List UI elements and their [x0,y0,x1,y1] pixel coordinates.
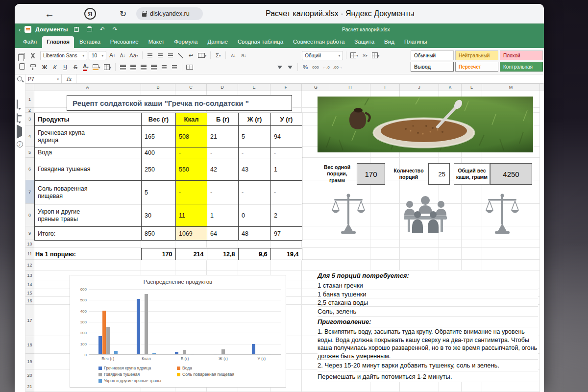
clear-button[interactable]: ×▾ [361,51,369,60]
value-cell[interactable]: 42 [207,158,239,181]
header-cell[interactable]: Вес (г) [142,113,176,126]
font-size-select[interactable]: 10 ▾ [89,51,106,60]
align-top-button[interactable] [146,51,154,60]
column-header-L[interactable]: L [462,84,482,91]
header-cell[interactable]: Б (г) [207,113,239,126]
menu-item-8[interactable]: Сводная таблица [233,36,288,48]
sort-asc-button[interactable]: А↓ [229,51,238,60]
product-name-cell[interactable]: Соль поваренная пищевая [35,181,142,204]
bar[interactable] [106,327,110,354]
menu-item-11[interactable]: Вид [380,36,399,48]
value-cell[interactable]: 1 [207,204,239,227]
row-header-11[interactable]: 11 [25,248,34,260]
column-header-A[interactable]: A [34,84,141,91]
row-header-6[interactable]: 6 [25,158,34,180]
italic-button[interactable]: К [50,63,59,72]
bar[interactable] [183,350,186,354]
undo-icon[interactable]: ↶ [98,26,107,33]
dish-photo[interactable] [318,97,533,152]
column-header-H[interactable]: H [330,84,370,91]
menu-item-7[interactable]: Данные [203,36,232,48]
column-header-J[interactable]: J [400,84,439,91]
product-name-cell[interactable]: Вода [35,147,142,158]
per-portion-label-cell[interactable]: На 1 порцию: [34,248,141,260]
value-cell[interactable]: - [239,147,271,158]
format-painter-button[interactable] [27,62,38,71]
menu-item-5[interactable]: Макет [144,36,169,48]
decrease-indent-button[interactable] [160,63,169,72]
paste-button[interactable] [17,62,27,71]
value-cell[interactable]: - [207,181,239,204]
bar[interactable] [214,354,217,355]
bar[interactable] [145,294,148,354]
menu-item-2[interactable]: Главная [42,36,74,48]
portion-info-value-2[interactable]: 25 [428,163,450,185]
row-header-12[interactable]: 12 [25,260,34,270]
per-portion-value-cell[interactable]: 170 [141,248,175,260]
cell-style-5[interactable]: Пересчет [455,62,498,72]
bar[interactable] [114,351,118,354]
row-header-19[interactable]: 19 [25,354,34,369]
bar[interactable] [110,354,114,355]
bar[interactable] [191,354,194,355]
align-right-button[interactable] [139,63,148,72]
decrease-decimal-button[interactable]: ←.0 [321,63,331,72]
sort-desc-button[interactable]: Я↓ [239,51,248,60]
cell-style-1[interactable]: Обычный [411,50,454,60]
value-cell[interactable]: - [271,181,302,204]
fill-color-button[interactable]: ▾ [92,63,101,72]
product-name-cell[interactable]: Говядина тушеная [35,158,142,181]
address-bar[interactable]: disk.yandex.ru [136,7,203,20]
strikethrough-button[interactable]: S [71,63,80,72]
row-header-16[interactable]: 16 [25,297,34,305]
value-cell[interactable]: 550 [176,158,207,181]
clear-filter-button[interactable] [286,63,294,72]
per-portion-value-cell[interactable]: 12,8 [207,248,238,260]
search-button[interactable] [17,76,24,83]
column-header-K[interactable]: K [439,84,462,91]
bar[interactable] [252,344,255,354]
row-header-5[interactable]: 5 [25,147,34,158]
increase-decimal-button[interactable]: .00→ [332,63,343,72]
portion-info-value-1[interactable]: 170 [357,163,385,185]
select-all-corner[interactable] [25,84,34,91]
cooking-step[interactable]: Перемешать и дайть потомиться 1-2 минуты… [318,371,538,382]
per-portion-value-cell[interactable]: 9,6 [238,248,270,260]
row-header-10[interactable]: 10 [25,240,34,248]
servings-title[interactable]: Для 5 порций потребуется: [318,270,538,281]
comma-style-button[interactable]: 000 [311,63,320,72]
column-header-C[interactable]: C [175,84,207,91]
copy-button[interactable] [17,51,27,60]
header-cell[interactable]: Ккал [176,113,207,126]
header-cell[interactable]: Продукты [35,113,142,126]
browser-back-button[interactable]: ← [43,4,56,24]
save-icon[interactable] [74,27,79,32]
borders-button[interactable]: ▾ [103,63,113,72]
align-middle-button[interactable] [156,51,165,60]
value-cell[interactable]: 43 [239,158,271,181]
row-header-21[interactable]: 21 [25,381,34,392]
grid-canvas[interactable]: Рецепт солдатской каши "Гречка по-солдат… [34,91,540,392]
row-header-9[interactable]: 9 [25,226,34,240]
row-header-2[interactable]: 2 [25,108,34,113]
change-case-button[interactable]: Аа▾ [128,51,139,60]
feedback-button[interactable] [17,127,24,135]
wrap-text-button[interactable]: ↩ [187,51,196,60]
value-cell[interactable]: - [176,147,207,158]
row-header-14[interactable]: 14 [25,280,34,289]
bar[interactable] [152,353,156,354]
value-cell[interactable]: 21 [207,126,239,147]
cooking-title[interactable]: Приготовление: [318,317,538,327]
per-portion-value-cell[interactable]: 214 [175,248,207,260]
bar[interactable] [98,336,102,354]
column-header-E[interactable]: E [238,84,270,91]
distribution-chart[interactable]: Распределение продуктов 0100200300400500… [70,275,286,388]
increase-indent-button[interactable] [170,63,179,72]
merge-cells-button[interactable]: ▾ [197,51,208,60]
per-portion-value-cell[interactable]: 19,4 [270,248,302,260]
value-cell[interactable]: - [239,181,271,204]
row-header-8[interactable]: 8 [25,204,34,226]
value-cell[interactable]: 508 [176,126,207,147]
value-cell[interactable]: - [207,147,239,158]
column-header-B[interactable]: B [141,84,175,91]
